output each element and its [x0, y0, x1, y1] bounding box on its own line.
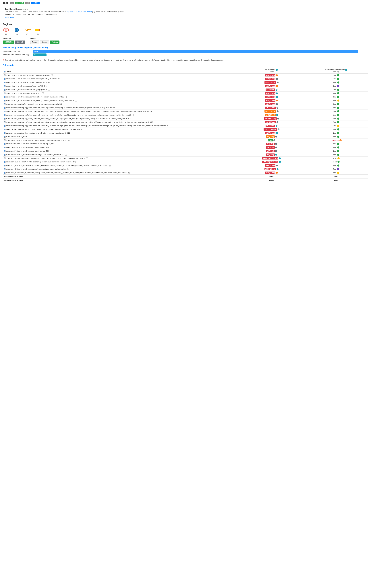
tag-taxi[interactable]: taxi [25, 2, 30, 4]
row-checkbox[interactable]: ✓ [4, 96, 5, 98]
summary-label: Geometric mean of ratios [3, 178, 239, 182]
warn-icon[interactable]: ! [276, 85, 278, 87]
info-icon[interactable]: i [279, 157, 281, 159]
full-results-section: Full results ✓ Query elasticsearch i Fas… [3, 64, 368, 182]
info-icon[interactable]: i [275, 154, 277, 156]
expand-icon[interactable]: + [48, 85, 50, 87]
row-checkbox[interactable]: ✓ [4, 93, 5, 94]
query-text: select count(*) from hn_small where comm… [6, 147, 49, 148]
slowest-button[interactable]: Slowest [40, 41, 49, 44]
info-icon[interactable]: i [277, 168, 278, 170]
q-icon[interactable]: ? [277, 121, 278, 123]
row-checkbox[interactable]: ✓ [4, 103, 5, 105]
show-more-link[interactable]: Show more [5, 16, 14, 19]
q-icon[interactable]: ? [277, 82, 278, 84]
row-checkbox[interactable]: ✓ [4, 111, 5, 112]
ram-110000-button[interactable]: 110000 MB [3, 41, 14, 44]
row-checkbox[interactable]: ✓ [4, 143, 5, 145]
info-icon[interactable]: i [276, 125, 278, 127]
expand-icon[interactable]: + [71, 132, 73, 134]
row-checkbox[interactable]: ✓ [4, 172, 5, 174]
row-checkbox[interactable]: ✓ [4, 107, 5, 109]
tag-hn[interactable]: hn [10, 2, 14, 4]
tag-hn-small[interactable]: hn_small [15, 2, 24, 4]
expand-icon[interactable]: + [75, 161, 77, 163]
th-elasticsearch: elasticsearch i Fast avg [239, 68, 304, 74]
expand-icon[interactable]: + [65, 96, 67, 98]
row-checkbox[interactable]: ✓ [4, 89, 5, 91]
expand-icon[interactable]: + [65, 154, 67, 156]
q-icon[interactable]: ? [275, 143, 277, 145]
table-row: ✓ select comment_ranking, avg(author_com… [3, 117, 368, 120]
warn-icon[interactable]: ! [276, 172, 278, 174]
row-checkbox[interactable]: ✓ [4, 161, 5, 163]
row-checkbox[interactable]: ✓ [4, 158, 5, 159]
ram-1024-button[interactable]: 1024 MB [15, 41, 25, 44]
row-checkbox[interactable]: ✓ [4, 136, 5, 137]
select-all-checkbox[interactable]: ✓ [4, 71, 5, 73]
es-info-icon[interactable]: i [276, 69, 278, 71]
q-icon[interactable]: ? [273, 139, 275, 141]
expand-icon[interactable]: + [51, 74, 53, 76]
row-checkbox[interactable]: ✓ [4, 154, 5, 156]
row-checkbox[interactable]: ✓ [4, 139, 5, 141]
info-icon[interactable]: i [276, 89, 278, 91]
q-icon[interactable]: ? [277, 110, 278, 112]
q-icon[interactable]: ? [275, 136, 277, 137]
engine-manticore-badge: 1/1 [16, 33, 18, 35]
query-text: select * from hn_small where match('abc'… [6, 92, 41, 94]
engine-clickhouse-badge: 0/1 [37, 33, 39, 35]
row-checkbox[interactable]: ✓ [4, 78, 5, 80]
row-checkbox[interactable]: ✓ [4, 74, 5, 76]
expand-icon[interactable]: + [86, 157, 88, 159]
test-value: Hacker News comments [10, 8, 28, 10]
es-metric-val: x4.6 (23 ms) [265, 114, 276, 116]
q-icon[interactable]: ? [275, 150, 277, 152]
es-metric-val: x40 (40 ms) [265, 164, 276, 167]
info-icon[interactable]: i [276, 96, 278, 98]
q-icon[interactable]: ? [277, 107, 278, 109]
expand-icon[interactable]: + [75, 100, 77, 102]
q-icon[interactable]: ? [275, 147, 277, 148]
row-checkbox[interactable]: ✓ [4, 100, 5, 102]
expand-icon[interactable]: + [42, 92, 44, 94]
row-checkbox[interactable]: ✓ [4, 82, 5, 84]
th-query: ✓ Query [3, 68, 239, 74]
expand-icon[interactable]: + [132, 114, 134, 116]
warn-icon[interactable]: ! [276, 74, 278, 76]
fast-avg-button[interactable]: Fast avg [50, 41, 60, 44]
query-text: select count(*) from hn_small where matc… [6, 154, 64, 156]
table-row: ✓ select count(*) from hn_small where co… [3, 142, 368, 146]
data-link[interactable]: https://zenodo.org/record/45901/ [67, 11, 92, 13]
row-checkbox[interactable]: ✓ [4, 121, 5, 123]
row-checkbox[interactable]: ✓ [4, 168, 5, 170]
expand-icon[interactable]: + [109, 165, 111, 167]
fastest-button[interactable]: Fastest [30, 41, 39, 44]
row-checkbox[interactable]: ✓ [4, 118, 5, 119]
q-icon[interactable]: ? [277, 118, 279, 119]
q-icon[interactable]: ? [276, 165, 278, 167]
row-checkbox[interactable]: ✓ [4, 114, 5, 116]
info-icon[interactable]: i [276, 114, 278, 116]
warn-icon[interactable]: ! [276, 100, 278, 102]
row-checkbox[interactable]: ✓ [4, 165, 5, 167]
es-cell: x10.5 (21 ms) i [239, 167, 304, 171]
row-checkbox[interactable]: ✓ [4, 129, 5, 130]
tag-logs10m[interactable]: logs10m [31, 2, 40, 4]
row-checkbox[interactable]: ✓ [4, 85, 5, 87]
q-icon[interactable]: ? [276, 103, 278, 105]
info-icon[interactable]: i [276, 132, 278, 134]
expand-icon[interactable]: + [128, 172, 130, 174]
row-checkbox[interactable]: ✓ [4, 150, 5, 152]
row-checkbox[interactable]: ✓ [4, 147, 5, 148]
mc-cell: 1 ms ○ [304, 102, 368, 106]
q-icon[interactable]: ? [276, 78, 278, 80]
q-icon[interactable]: ? [278, 128, 279, 130]
expand-icon[interactable]: + [48, 89, 50, 91]
row-checkbox[interactable]: ✓ [4, 125, 5, 127]
mc-info-icon[interactable]: i [345, 69, 347, 71]
info-icon[interactable]: i [279, 161, 281, 163]
info-icon[interactable]: i [276, 92, 278, 94]
row-checkbox[interactable]: ✓ [4, 132, 5, 134]
es-metric-val: x13 (13 ms) [265, 85, 276, 87]
